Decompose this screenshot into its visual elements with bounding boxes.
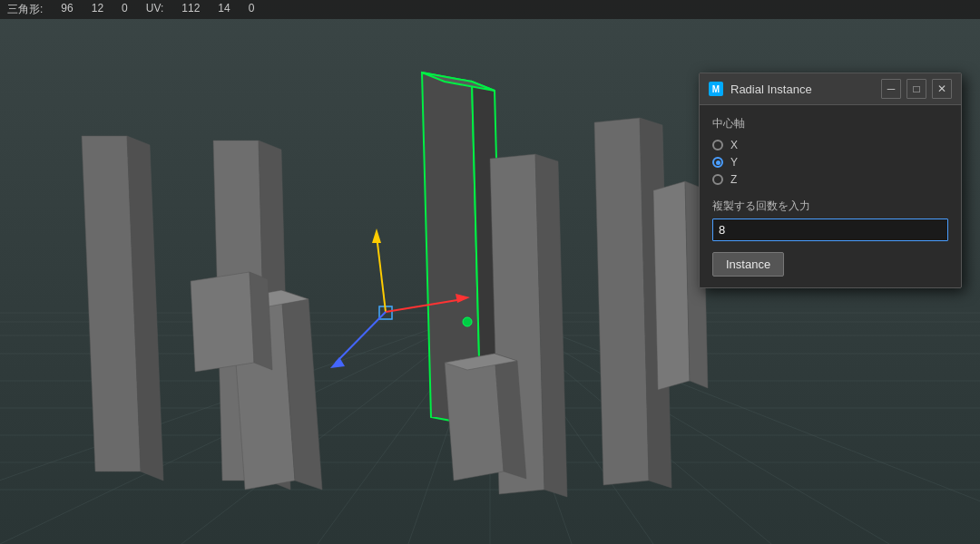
close-button[interactable]: ✕ <box>932 79 952 99</box>
uv-value3: 0 <box>249 2 255 17</box>
radial-instance-dialog: M Radial Instance ─ □ ✕ 中心軸 X Y <box>699 73 962 288</box>
dialog-window-controls: ─ □ ✕ <box>881 79 952 99</box>
slab-center-left <box>191 272 272 372</box>
dialog-title: Radial Instance <box>730 83 874 96</box>
axis-z-radio[interactable] <box>712 174 723 185</box>
axis-y-option[interactable]: Y <box>712 156 948 169</box>
dialog-titlebar: M Radial Instance ─ □ ✕ <box>700 73 961 105</box>
snap-point <box>463 317 472 326</box>
triangles-value2: 12 <box>92 2 103 17</box>
axis-y-label: Y <box>730 156 738 169</box>
axis-x-radio[interactable] <box>712 140 723 151</box>
svg-marker-39 <box>445 354 504 481</box>
count-input[interactable] <box>712 219 948 241</box>
count-label: 複製する回数を入力 <box>712 199 948 214</box>
pillar-far-left <box>82 136 163 481</box>
svg-marker-37 <box>653 181 690 390</box>
uv-value2: 14 <box>218 2 230 17</box>
svg-marker-28 <box>191 272 254 372</box>
triangles-label: 三角形: <box>7 2 43 17</box>
instance-button[interactable]: Instance <box>712 252 784 277</box>
dialog-app-icon: M <box>709 82 723 96</box>
uv-label: UV: <box>146 2 164 17</box>
svg-marker-35 <box>594 118 649 485</box>
minimize-button[interactable]: ─ <box>881 79 901 99</box>
uv-value1: 112 <box>181 2 200 17</box>
dialog-content: 中心軸 X Y Z 複製する回数を入力 Instance <box>700 105 961 287</box>
axis-z-label: Z <box>730 173 737 186</box>
axis-section-label: 中心軸 <box>712 116 948 131</box>
axis-z-option[interactable]: Z <box>712 173 948 186</box>
maximize-button[interactable]: □ <box>906 79 926 99</box>
3d-viewport[interactable]: ↖ 三角形: 96 12 0 UV: 112 14 0 M Radial Ins… <box>0 0 980 544</box>
axis-radio-group: X Y Z <box>712 139 948 186</box>
triangles-value1: 96 <box>61 2 73 17</box>
slab-bottom-right <box>445 354 526 481</box>
axis-x-label: X <box>730 139 738 151</box>
triangles-value3: 0 <box>122 2 128 17</box>
axis-y-radio[interactable] <box>712 157 723 168</box>
axis-x-option[interactable]: X <box>712 139 948 151</box>
status-bar: 三角形: 96 12 0 UV: 112 14 0 <box>0 0 980 19</box>
